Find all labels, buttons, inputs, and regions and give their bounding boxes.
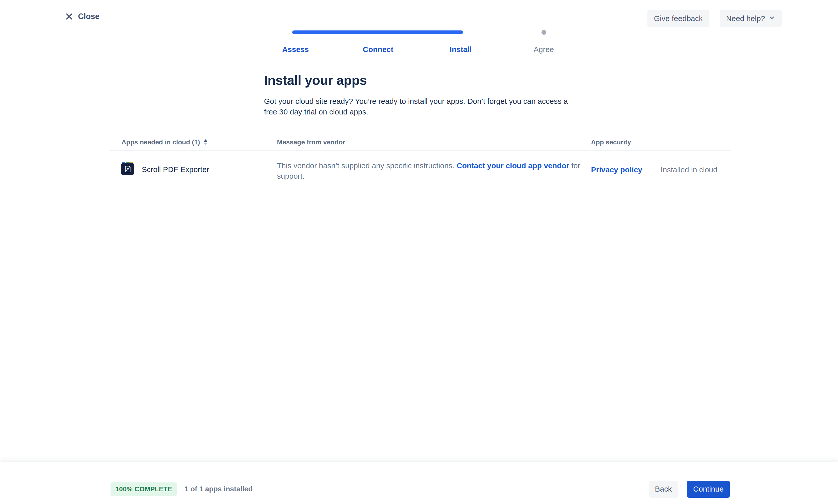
give-feedback-label: Give feedback [654,14,703,23]
step-label-install: Install [450,45,472,54]
vendor-message-prefix: This vendor hasn’t supplied any specific… [277,161,457,170]
column-header-apps-needed[interactable]: Apps needed in cloud (1) [121,138,208,146]
column-header-vendor-message: Message from vendor [277,138,345,146]
step-label-assess: Assess [282,45,309,54]
close-label: Close [78,12,99,21]
close-button[interactable]: Close [65,12,99,21]
app-name: Scroll PDF Exporter [142,165,209,174]
table-header-divider [109,150,731,150]
vendor-message: This vendor hasn’t supplied any specific… [277,160,581,181]
footer-bar: 100% COMPLETE 1 of 1 apps installed Back… [0,462,838,504]
close-icon [65,12,73,21]
column-header-app-security: App security [591,138,631,146]
chevron-down-icon [769,14,775,23]
sort-ascending-icon [204,139,208,145]
give-feedback-button[interactable]: Give feedback [647,10,709,27]
header-actions: Give feedback Need help? [647,10,782,27]
page-description: Got your cloud site ready? You’re ready … [264,96,578,117]
privacy-policy-link[interactable]: Privacy policy [591,165,642,174]
apps-installed-count: 1 of 1 apps installed [185,485,253,493]
completion-badge: 100% COMPLETE [110,482,177,496]
need-help-label: Need help? [726,14,765,23]
need-help-button[interactable]: Need help? [720,10,782,27]
progress-bar-completed [292,31,463,34]
progress-dot-upcoming [542,30,546,35]
continue-button[interactable]: Continue [687,481,730,498]
step-label-agree: Agree [534,45,554,54]
app-install-status: Installed in cloud [661,165,717,174]
step-label-connect: Connect [363,45,393,54]
contact-vendor-link[interactable]: Contact your cloud app vendor [457,161,569,170]
page-title: Install your apps [264,73,367,88]
back-button[interactable]: Back [649,481,678,498]
progress-tracker: Assess Connect Install Agree [292,31,562,61]
pdf-app-icon [121,162,134,175]
